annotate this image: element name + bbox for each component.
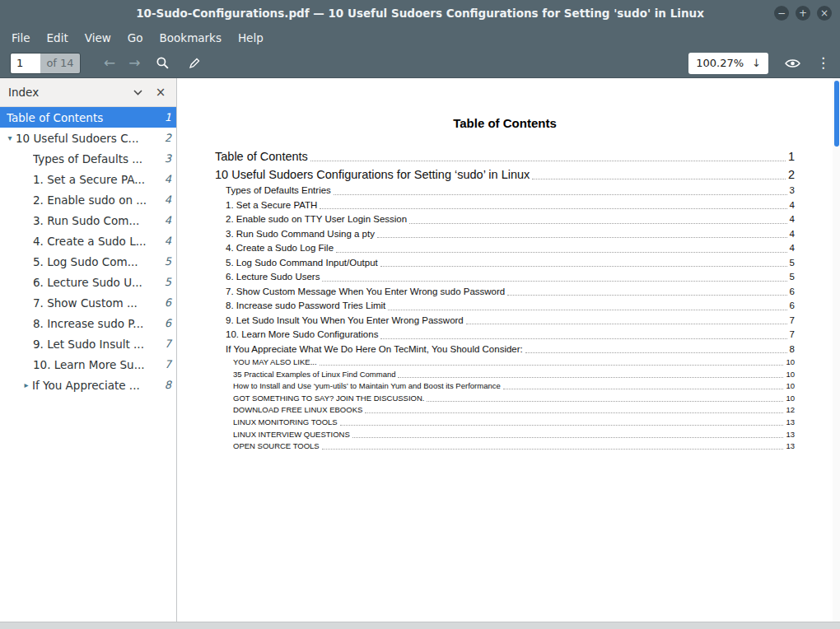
- titlebar: 10-Sudo-Configurations.pdf — 10 Useful S…: [0, 0, 840, 26]
- toc-entry[interactable]: DOWNLOAD FREE LINUX EBOOKS12: [215, 404, 795, 417]
- toc-entry[interactable]: 5. Log Sudo Command Input/Output5: [215, 256, 795, 271]
- sidebar-item[interactable]: 4. Create a Sudo L...4: [0, 231, 176, 251]
- toc-entry[interactable]: YOU MAY ALSO LIKE...10: [215, 356, 795, 369]
- dotted-leader: [525, 352, 787, 353]
- toc-entry[interactable]: 2. Enable sudo on TTY User Login Session…: [215, 212, 795, 227]
- toc-entry-page: 8: [790, 342, 795, 357]
- dotted-leader: [340, 425, 784, 426]
- toc-entry-title: How to Install and Use ‘yum-utils’ to Ma…: [233, 380, 501, 393]
- toc-entry-title: 4. Create a Sudo Log File: [226, 241, 334, 256]
- toc-entry[interactable]: 9. Let Sudo Insult You When You Enter Wr…: [215, 314, 795, 328]
- menu-item-bookmarks[interactable]: Bookmarks: [152, 26, 230, 49]
- zoom-level-value: 100.27%: [696, 57, 744, 69]
- sidebar-item-label: Table of Contents: [7, 111, 155, 124]
- toc-entry-page: 10: [786, 380, 795, 393]
- toolbar-right-group: 100.27% ↓ ⋮: [688, 53, 830, 74]
- toc-entry-page: 13: [786, 417, 795, 429]
- sidebar-item-page: 4: [158, 214, 171, 226]
- toc-entry[interactable]: 10 Useful Sudoers Configurations for Set…: [215, 165, 795, 184]
- sidebar-item[interactable]: Table of Contents1: [0, 107, 176, 128]
- annotate-pencil-icon[interactable]: [185, 54, 203, 72]
- sidebar-item-page: 4: [158, 235, 171, 247]
- history-back-icon[interactable]: ←: [104, 56, 115, 70]
- menu-item-go[interactable]: Go: [119, 26, 152, 49]
- toc-entry-title: DOWNLOAD FREE LINUX EBOOKS: [233, 404, 362, 417]
- menu-item-edit[interactable]: Edit: [39, 26, 77, 49]
- sidebar-item-page: 5: [158, 255, 171, 268]
- page-number-widget: 1 of 14: [10, 53, 81, 74]
- night-mode-eye-icon[interactable]: [783, 54, 801, 72]
- expander-right-icon[interactable]: ▸: [21, 380, 32, 389]
- toc-entry[interactable]: 6. Lecture Sudo Users5: [215, 270, 795, 285]
- sidebar-item[interactable]: 5. Log Sudo Com...5: [0, 251, 176, 272]
- toc-entry[interactable]: 4. Create a Sudo Log File4: [215, 241, 795, 256]
- sidebar-mode-chevron-icon[interactable]: [130, 85, 145, 100]
- sidebar-item[interactable]: ▸If You Appreciate ...8: [0, 375, 176, 395]
- toc-entry-title: LINUX INTERVIEW QUESTIONS: [233, 429, 350, 441]
- sidebar-item[interactable]: Types of Defaults ...3: [0, 148, 176, 169]
- toc-entry[interactable]: 7. Show Custom Message When You Enter Wr…: [215, 285, 795, 300]
- dotted-leader: [409, 223, 786, 224]
- toc-entry[interactable]: OPEN SOURCE TOOLS13: [215, 440, 795, 453]
- sidebar-item-page: 1: [158, 111, 171, 123]
- minimize-button[interactable]: −: [774, 6, 789, 21]
- toc-entry[interactable]: If You Appreciate What We Do Here On Tec…: [215, 342, 795, 357]
- page-count-label: of 14: [40, 54, 80, 73]
- sidebar-item[interactable]: 2. Enable sudo on ...4: [0, 189, 176, 210]
- zoom-selector[interactable]: 100.27% ↓: [688, 53, 768, 74]
- sidebar-item[interactable]: 10. Learn More Su...7: [0, 354, 176, 375]
- zoom-dropdown-icon[interactable]: ↓: [752, 57, 761, 69]
- sidebar-item[interactable]: 1. Set a Secure PA...4: [0, 169, 176, 189]
- sidebar-item-page: 6: [158, 317, 171, 329]
- menu-item-view[interactable]: View: [77, 26, 119, 49]
- toc-entry-page: 4: [790, 227, 795, 242]
- dotted-leader: [336, 252, 787, 253]
- close-button[interactable]: ×: [817, 6, 832, 21]
- sidebar-item-page: 4: [158, 173, 171, 185]
- menu-kebab-icon[interactable]: ⋮: [816, 56, 830, 70]
- dotted-leader: [334, 194, 787, 195]
- vertical-scrollbar[interactable]: [833, 78, 840, 622]
- toc-entry[interactable]: LINUX MONITORING TOOLS13: [215, 417, 795, 429]
- search-icon[interactable]: [154, 54, 172, 72]
- dotted-leader: [380, 266, 787, 267]
- toc-entry[interactable]: 1. Set a Secure PATH4: [215, 198, 795, 213]
- toc-entry-page: 5: [790, 256, 795, 271]
- sidebar-item-label: 3. Run Sudo Com...: [33, 214, 155, 227]
- toc-entry[interactable]: 3. Run Sudo Command Using a pty4: [215, 227, 795, 242]
- menu-item-help[interactable]: Help: [230, 26, 272, 49]
- sidebar-item[interactable]: ▾10 Useful Sudoers C...2: [0, 128, 176, 148]
- toc-entry-title: 8. Increase sudo Password Tries Limit: [226, 299, 385, 314]
- toc-entry-page: 4: [790, 198, 795, 213]
- toc-entry[interactable]: Types of Defaults Entries3: [215, 184, 795, 198]
- toc-entry[interactable]: 35 Practical Examples of Linux Find Comm…: [215, 369, 795, 381]
- menu-item-file[interactable]: File: [3, 26, 39, 49]
- maximize-button[interactable]: +: [796, 6, 810, 21]
- toc-entry-page: 3: [790, 184, 795, 198]
- toc-entry[interactable]: 8. Increase sudo Password Tries Limit6: [215, 299, 795, 314]
- sidebar-item[interactable]: 6. Lecture Sudo U...5: [0, 272, 176, 292]
- page-number-input[interactable]: 1: [11, 54, 40, 73]
- history-forward-icon[interactable]: →: [128, 56, 140, 70]
- sidebar-item[interactable]: 3. Run Sudo Com...4: [0, 210, 176, 231]
- sidebar-item[interactable]: 9. Let Sudo Insult ...7: [0, 333, 176, 354]
- expander-down-icon[interactable]: ▾: [4, 133, 16, 142]
- toc-entry[interactable]: How to Install and Use ‘yum-utils’ to Ma…: [215, 380, 795, 393]
- sidebar-item[interactable]: 7. Show Custom ...6: [0, 292, 176, 313]
- sidebar-item-label: 2. Enable sudo on ...: [33, 193, 155, 207]
- sidebar-close-icon[interactable]: ×: [153, 85, 168, 100]
- window-title: 10-Sudo-Configurations.pdf — 10 Useful S…: [8, 7, 832, 20]
- sidebar-item[interactable]: 8. Increase sudo P...6: [0, 313, 176, 333]
- toc-entry-title: OPEN SOURCE TOOLS: [233, 440, 320, 453]
- dotted-leader: [365, 412, 783, 413]
- toc-entry[interactable]: 10. Learn More Sudo Configurations7: [215, 328, 795, 342]
- sidebar-item-label: 8. Increase sudo P...: [33, 317, 155, 330]
- dotted-leader: [380, 338, 786, 339]
- toc-entry[interactable]: Table of Contents1: [215, 147, 795, 165]
- scrollbar-thumb[interactable]: [834, 81, 839, 147]
- toc-entry-page: 10: [786, 356, 795, 369]
- dotted-leader: [388, 310, 786, 310]
- toc-entry[interactable]: LINUX INTERVIEW QUESTIONS13: [215, 429, 795, 441]
- sidebar-item-label: 6. Lecture Sudo U...: [33, 276, 155, 289]
- toc-entry[interactable]: GOT SOMETHING TO SAY? JOIN THE DISCUSSIO…: [215, 393, 795, 405]
